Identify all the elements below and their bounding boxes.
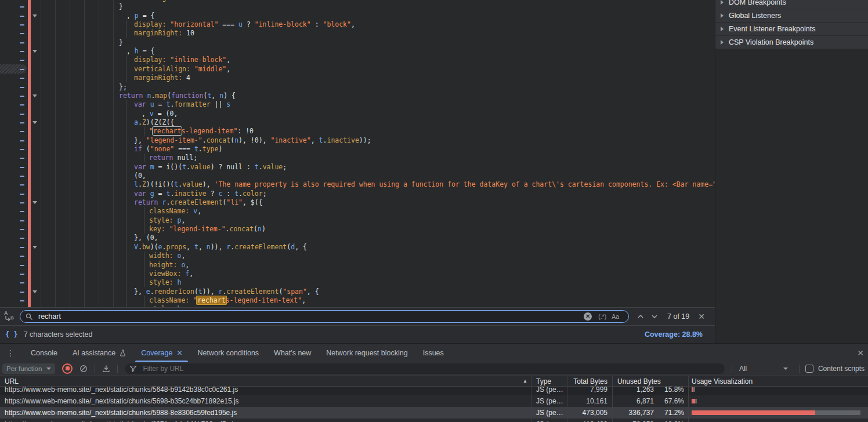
code-line[interactable]: width: o, — [0, 252, 715, 260]
code-line[interactable]: return null; — [0, 154, 715, 162]
code-token: = { — [139, 12, 155, 20]
code-line[interactable]: }, (0, — [0, 234, 715, 242]
column-header-total-bytes[interactable]: Total Bytes — [567, 376, 613, 386]
code-line[interactable]: , p = { — [0, 12, 715, 20]
code-line[interactable]: l.Z)(!i()(t.value), 'The name property i… — [0, 180, 715, 189]
tab-close-icon[interactable]: ✕ — [176, 349, 182, 357]
code-line[interactable]: } — [0, 2, 715, 11]
search-input[interactable] — [37, 312, 584, 321]
code-line[interactable]: viewBox: f, — [0, 270, 715, 278]
code-line[interactable]: (0, — [0, 172, 715, 180]
code-line[interactable]: "recharts-legend-item": !0 — [0, 127, 715, 136]
code-line[interactable]: a.Z)(Z(Z({ — [0, 118, 715, 127]
pretty-print-icon[interactable]: { } — [5, 330, 18, 339]
code-line[interactable]: , v = (0, — [0, 110, 715, 118]
clear-coverage-button[interactable] — [79, 365, 88, 373]
code-text: marginRight: 10 — [0, 29, 715, 38]
tab-label: Issues — [423, 349, 444, 357]
code-line[interactable]: return n.map(function(t, n) { — [0, 92, 715, 100]
gutter-line-marker — [20, 149, 24, 150]
code-line[interactable]: var m = i()(t.value) ? null : t.value; — [0, 163, 715, 172]
sidebar-item-event-listener-breakpoints[interactable]: Event Listener Breakpoints — [715, 23, 868, 36]
overflow-menu-icon[interactable]: ⋮ — [5, 348, 16, 358]
content-scripts-checkbox[interactable] — [805, 365, 813, 373]
fold-arrow-icon[interactable] — [32, 290, 37, 293]
code-line[interactable]: style: h — [0, 278, 715, 287]
url-filter-container[interactable] — [125, 363, 725, 374]
tab-what-s-new[interactable]: What's new — [266, 344, 319, 362]
code-line[interactable]: className: "recharts-legend-item-text", — [0, 296, 715, 305]
column-header-url[interactable]: URL ▲ — [0, 376, 531, 386]
table-row[interactable]: https://www.web-memo.site/_next/static/c… — [0, 387, 868, 395]
code-line[interactable]: }, e.renderIcon(t)), r.createElement("sp… — [0, 288, 715, 296]
regex-toggle[interactable]: (.*) — [598, 313, 606, 320]
fold-arrow-icon[interactable] — [32, 50, 37, 53]
code-line[interactable]: }, "legend-item-".concat(n), !0), "inact… — [0, 136, 715, 145]
clear-search-icon[interactable]: ✕ — [584, 312, 592, 321]
code-text: }, (0, — [0, 234, 715, 242]
export-button[interactable] — [102, 365, 110, 373]
source-editor[interactable]: textAlign: "left"}, p = {display: "horiz… — [0, 0, 715, 307]
previous-match-button[interactable] — [634, 310, 648, 323]
coverage-percent-link[interactable]: Coverage: 28.8% — [645, 330, 703, 339]
code-line[interactable]: marginRight: 10 — [0, 29, 715, 38]
stop-recording-button[interactable] — [62, 363, 73, 374]
column-header-usage-visualization[interactable]: Usage Visualization — [689, 376, 868, 386]
code-line[interactable]: key: "legend-item-".concat(n) — [0, 225, 715, 234]
search-input-container[interactable]: ✕ (.*) Aa — [20, 310, 629, 323]
close-search-icon[interactable]: ✕ — [695, 312, 708, 321]
code-line[interactable]: , h = { — [0, 47, 715, 56]
fold-arrow-icon[interactable] — [32, 14, 37, 17]
code-token: 10 — [182, 29, 194, 37]
tab-network-conditions[interactable]: Network conditions — [190, 344, 266, 362]
next-match-button[interactable] — [648, 310, 661, 323]
code-line[interactable]: V.bw)(e.props, t, n)), r.createElement(d… — [0, 243, 715, 252]
content-scripts-toggle[interactable]: Content scripts — [805, 365, 865, 373]
gutter-line-marker — [20, 42, 24, 43]
match-case-toggle[interactable]: Aa — [612, 313, 619, 320]
sidebar-item-global-listeners[interactable]: Global Listeners — [715, 9, 868, 23]
url-filter-input[interactable] — [142, 364, 720, 373]
coverage-mode-select[interactable]: Per function — [2, 363, 55, 374]
gutter-line-marker — [20, 229, 24, 230]
code-line[interactable]: display: "horizontal" === u ? "inline-bl… — [0, 20, 715, 29]
replace-toggle-icon[interactable]: A B — [3, 311, 18, 322]
table-row[interactable]: https://www.web-memo.site/_next/static/c… — [0, 407, 868, 419]
code-token: = { — [139, 47, 155, 55]
code-token: , — [185, 261, 189, 269]
close-drawer-icon[interactable]: ✕ — [857, 348, 864, 358]
column-header-type[interactable]: Type — [531, 376, 567, 386]
code-line[interactable]: } — [0, 38, 715, 47]
fold-arrow-icon[interactable] — [32, 246, 37, 249]
code-line[interactable]: var g = t.inactive ? c : t.color; — [0, 190, 715, 198]
code-line[interactable]: }; — [0, 83, 715, 92]
column-header-unused-bytes[interactable]: Unused Bytes — [613, 376, 689, 386]
table-row[interactable]: https://www.web-memo.site/_next/static/c… — [0, 419, 868, 422]
tab-network-request-blocking[interactable]: Network request blocking — [319, 344, 415, 362]
code-line[interactable]: className: v, — [0, 207, 715, 216]
tab-ai-assistance[interactable]: AI assistance — [65, 344, 133, 362]
fold-arrow-icon[interactable] — [32, 201, 37, 204]
type-filter-select[interactable]: All — [735, 363, 792, 374]
code-line[interactable]: style: p, — [0, 216, 715, 225]
code-line[interactable]: display: "inline-block", — [0, 56, 715, 64]
tab-issues[interactable]: Issues — [415, 344, 451, 362]
fold-arrow-icon[interactable] — [32, 94, 37, 97]
code-line[interactable]: return r.createElement("li", $({ — [0, 198, 715, 207]
fold-arrow-icon[interactable] — [32, 121, 37, 124]
code-token: , $({ — [243, 198, 263, 206]
tab-console[interactable]: Console — [23, 344, 65, 362]
code-token: , { — [295, 243, 307, 251]
code-line[interactable]: height: o, — [0, 261, 715, 270]
code-line[interactable]: marginRight: 4 — [0, 74, 715, 82]
code-line[interactable]: if ("none" === t.type) — [0, 145, 715, 154]
tab-coverage[interactable]: Coverage✕ — [133, 344, 190, 362]
code-line[interactable]: verticalAlign: "middle", — [0, 65, 715, 74]
table-row[interactable]: https://www.web-memo.site/_next/static/c… — [0, 395, 868, 407]
row-unused-value: 1,263 — [636, 387, 654, 394]
sidebar-item-csp-violation-breakpoints[interactable]: CSP Violation Breakpoints — [715, 36, 868, 49]
code-token: h — [177, 278, 181, 286]
code-line[interactable]: var u = t.formatter || s — [0, 100, 715, 109]
row-total-bytes: 473,005 — [567, 407, 613, 419]
sidebar-item-dom-breakpoints[interactable]: DOM Breakpoints — [715, 0, 868, 9]
